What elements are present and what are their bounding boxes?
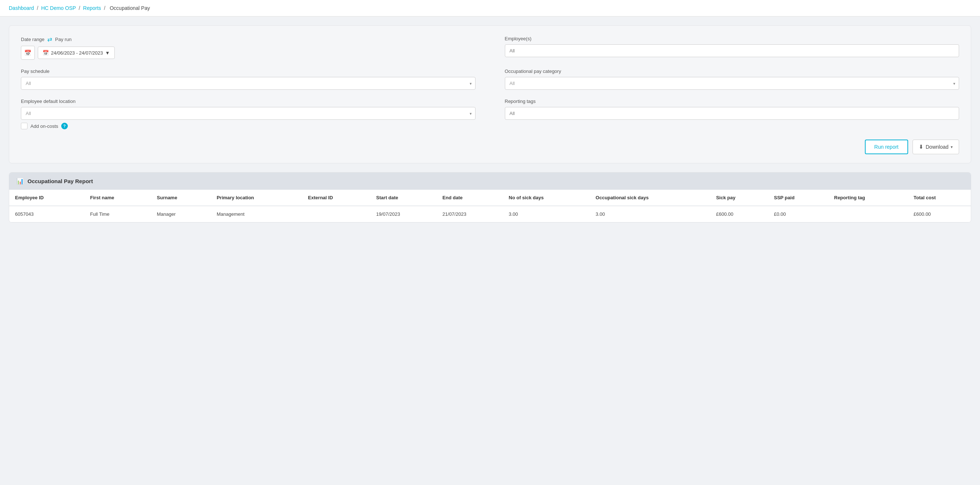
table-cell: 3.00 bbox=[503, 206, 590, 222]
report-header-icon: 📊 bbox=[16, 178, 24, 185]
table-cell: £0.00 bbox=[768, 206, 828, 222]
report-title: Occupational Pay Report bbox=[27, 178, 93, 184]
table-cell: Full Time bbox=[84, 206, 151, 222]
reporting-tags-label: Reporting tags bbox=[505, 98, 959, 104]
table-cell: 6057043 bbox=[9, 206, 84, 222]
breadcrumb-current: Occupational Pay bbox=[110, 5, 150, 11]
download-icon: ⬇ bbox=[919, 144, 924, 150]
col-start-date: Start date bbox=[370, 190, 437, 206]
add-on-costs-label: Add on-costs bbox=[30, 124, 58, 129]
col-surname: Surname bbox=[151, 190, 211, 206]
employees-group: Employee(s) bbox=[505, 36, 959, 60]
add-on-costs-checkbox[interactable] bbox=[21, 123, 27, 129]
col-occ-sick-days: Occupational sick days bbox=[590, 190, 711, 206]
breadcrumb-company[interactable]: HC Demo OSP bbox=[41, 5, 76, 11]
run-report-button[interactable]: Run report bbox=[865, 139, 908, 154]
pay-run-label: Pay run bbox=[55, 36, 72, 42]
employees-input[interactable] bbox=[505, 44, 959, 57]
swap-icon: ⇄ bbox=[47, 36, 52, 43]
occ-pay-category-label: Occupational pay category bbox=[505, 68, 959, 74]
reporting-tags-input[interactable] bbox=[505, 107, 959, 120]
col-no-sick-days: No of sick days bbox=[503, 190, 590, 206]
col-total-cost: Total cost bbox=[908, 190, 971, 206]
col-external-id: External ID bbox=[302, 190, 370, 206]
download-label: Download bbox=[926, 144, 948, 150]
date-range-row: 📅 📅 24/06/2023 - 24/07/2023 ▼ bbox=[21, 46, 476, 60]
date-range-group: Date range ⇄ Pay run 📅 📅 24/06/2023 - 24… bbox=[21, 36, 476, 60]
pay-schedule-label: Pay schedule bbox=[21, 68, 476, 74]
date-range-value: 24/06/2023 - 24/07/2023 bbox=[51, 50, 103, 55]
col-end-date: End date bbox=[437, 190, 503, 206]
table-cell: Management bbox=[211, 206, 302, 222]
breadcrumb-sep2: / bbox=[79, 5, 80, 11]
report-card: 📊 Occupational Pay Report Employee ID Fi… bbox=[9, 172, 971, 223]
breadcrumb-sep3: / bbox=[104, 5, 105, 11]
table-cell: £600.00 bbox=[710, 206, 768, 222]
calendar-icon-button[interactable]: 📅 bbox=[21, 46, 35, 60]
filter-grid: Date range ⇄ Pay run 📅 📅 24/06/2023 - 24… bbox=[21, 36, 959, 120]
breadcrumb: Dashboard / HC Demo OSP / Reports / Occu… bbox=[0, 0, 980, 16]
col-employee-id: Employee ID bbox=[9, 190, 84, 206]
download-chevron: ▾ bbox=[951, 145, 953, 149]
col-first-name: First name bbox=[84, 190, 151, 206]
breadcrumb-dashboard[interactable]: Dashboard bbox=[9, 5, 34, 11]
employees-label: Employee(s) bbox=[505, 36, 959, 41]
table-cell: £600.00 bbox=[908, 206, 971, 222]
pay-schedule-select[interactable]: All bbox=[21, 77, 476, 90]
main-content: Date range ⇄ Pay run 📅 📅 24/06/2023 - 24… bbox=[0, 16, 980, 231]
date-dropdown-arrow: ▼ bbox=[105, 50, 110, 55]
occ-pay-category-select[interactable]: All bbox=[505, 77, 959, 90]
pay-schedule-group: Pay schedule All ▾ bbox=[21, 68, 476, 90]
emp-location-select[interactable]: All bbox=[21, 107, 476, 120]
table-body: 6057043Full TimeManagerManagement19/07/2… bbox=[9, 206, 971, 222]
occ-pay-category-wrapper: All ▾ bbox=[505, 77, 959, 90]
table-cell bbox=[302, 206, 370, 222]
col-ssp-paid: SSP paid bbox=[768, 190, 828, 206]
table-header: Employee ID First name Surname Primary l… bbox=[9, 190, 971, 206]
report-table: Employee ID First name Surname Primary l… bbox=[9, 190, 971, 222]
filter-actions: Run report ⬇ Download ▾ bbox=[21, 139, 959, 154]
reporting-tags-group: Reporting tags bbox=[505, 98, 959, 120]
breadcrumb-reports[interactable]: Reports bbox=[83, 5, 101, 11]
table-cell: 19/07/2023 bbox=[370, 206, 437, 222]
table-row: 6057043Full TimeManagerManagement19/07/2… bbox=[9, 206, 971, 222]
table-header-row: Employee ID First name Surname Primary l… bbox=[9, 190, 971, 206]
filter-card: Date range ⇄ Pay run 📅 📅 24/06/2023 - 24… bbox=[9, 25, 971, 163]
occ-pay-category-group: Occupational pay category All ▾ bbox=[505, 68, 959, 90]
download-button[interactable]: ⬇ Download ▾ bbox=[913, 139, 959, 154]
add-on-costs-row: Add on-costs ? bbox=[21, 123, 959, 129]
calendar-icon: 📅 bbox=[24, 49, 32, 56]
add-on-costs-help-icon[interactable]: ? bbox=[61, 123, 68, 129]
emp-location-label: Employee default location bbox=[21, 98, 476, 104]
date-cal-icon: 📅 bbox=[43, 50, 49, 55]
col-reporting-tag: Reporting tag bbox=[828, 190, 908, 206]
table-cell bbox=[828, 206, 908, 222]
col-primary-location: Primary location bbox=[211, 190, 302, 206]
emp-location-group: Employee default location All ▾ bbox=[21, 98, 476, 120]
pay-schedule-wrapper: All ▾ bbox=[21, 77, 476, 90]
table-cell: 21/07/2023 bbox=[437, 206, 503, 222]
report-header: 📊 Occupational Pay Report bbox=[9, 173, 971, 190]
date-range-button[interactable]: 📅 24/06/2023 - 24/07/2023 ▼ bbox=[38, 46, 115, 59]
table-cell: Manager bbox=[151, 206, 211, 222]
emp-location-wrapper: All ▾ bbox=[21, 107, 476, 120]
date-range-label: Date range bbox=[21, 36, 45, 42]
breadcrumb-sep1: / bbox=[37, 5, 38, 11]
col-sick-pay: Sick pay bbox=[710, 190, 768, 206]
table-cell: 3.00 bbox=[590, 206, 711, 222]
